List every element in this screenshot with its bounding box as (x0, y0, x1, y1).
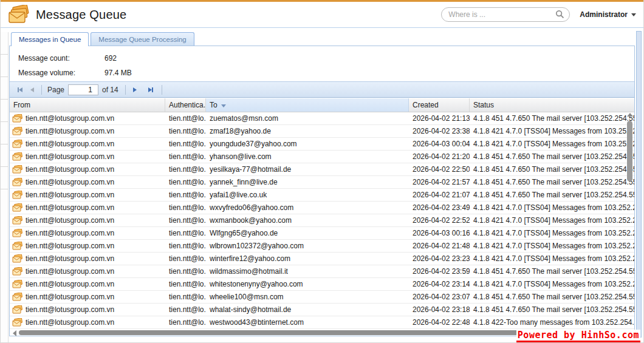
authenticated-cell: tien.ntt@lo... (169, 191, 206, 199)
page-number-input[interactable] (68, 84, 98, 95)
from-cell: tien.ntt@lotusgroup.com.vn (26, 318, 114, 327)
next-page-button[interactable] (129, 84, 141, 96)
message-row[interactable]: tien.ntt@lotusgroup.com.vn tien.ntt@lo..… (10, 176, 634, 189)
tab-messages-in-queue[interactable]: Messages in Queue (11, 32, 89, 46)
status-cell: 4.1.8 451 4.7.650 The mail server [103.2… (473, 305, 634, 314)
message-count-label: Message count: (10, 54, 104, 63)
collapsed-left-panel[interactable] (1, 32, 9, 342)
message-row[interactable]: tien.ntt@lotusgroup.com.vn tien.ntt@lo..… (10, 227, 634, 240)
from-cell: tien.ntt@lotusgroup.com.vn (26, 229, 114, 237)
authenticated-cell: tien.ntt@lo... (169, 229, 206, 237)
authenticated-cell: tien.ntt@lo... (169, 178, 206, 186)
horizontal-scroll-thumb[interactable] (19, 330, 560, 335)
envelope-icon (12, 318, 22, 327)
scroll-left-icon[interactable] (13, 330, 16, 336)
tab-label: Messages in Queue (19, 36, 81, 43)
tab-bar: Messages in Queue Message Queue Processi… (9, 32, 635, 46)
created-cell: 2026-04-02 23:23 (413, 254, 470, 263)
message-row[interactable]: tien.ntt@lotusgroup.com.vn tien.ntt@lo..… (10, 304, 634, 316)
created-cell: 2026-04-02 22:48 (413, 318, 470, 327)
authenticated-cell: tien.ntt@lo... (169, 127, 206, 135)
column-header-from[interactable]: From (10, 98, 165, 112)
to-cell: yafai1@live.co.uk (210, 191, 267, 199)
powered-by-link[interactable]: Powered by HinhSo.com (516, 330, 640, 342)
status-cell: 4.1.8 451 4.7.650 The mail server [103.2… (473, 152, 634, 161)
message-row[interactable]: tien.ntt@lotusgroup.com.vn tien.ntt@lo..… (10, 240, 634, 253)
to-cell: zuematos@msn.com (210, 114, 278, 123)
message-volume-label: Message volume: (10, 69, 104, 77)
vertical-scrollbar[interactable] (626, 113, 633, 343)
created-cell: 2026-04-02 21:07 (413, 191, 470, 199)
collapsed-right-panel[interactable] (636, 31, 642, 338)
status-cell: 4.1.8 421 4.7.0 [TSS04] Messages from 10… (473, 127, 634, 135)
chevron-down-icon (631, 13, 636, 16)
authenticated-cell: tien.ntt@lo... (169, 114, 206, 123)
column-header-status[interactable]: Status (470, 98, 634, 112)
envelope-icon (12, 242, 22, 250)
toolbar-separator (162, 85, 162, 95)
envelope-icon (12, 305, 22, 314)
next-page-icon (130, 85, 140, 95)
sort-desc-icon (221, 104, 226, 107)
status-cell: 4.1.8 421 4.7.0 [TSS04] Messages from 10… (473, 254, 634, 263)
envelope-icon (12, 127, 22, 135)
to-cell: wildmassimo@hotmail.it (210, 267, 288, 276)
previous-page-button[interactable] (26, 84, 38, 96)
message-row[interactable]: tien.ntt@lotusgroup.com.vn tien.ntt@lo..… (10, 278, 634, 291)
authenticated-cell: tien.ntt@lo... (169, 140, 206, 148)
message-row[interactable]: tien.ntt@lotusgroup.com.vn tien.ntt@lo..… (10, 214, 634, 227)
column-header-authenticated[interactable]: Authentica... (165, 98, 206, 112)
message-row[interactable]: tien.ntt@lotusgroup.com.vn tien.ntt@lo..… (10, 163, 634, 176)
search-field (441, 7, 570, 22)
message-row[interactable]: tien.ntt@lotusgroup.com.vn tien.ntt@lo..… (10, 138, 634, 151)
first-page-icon (15, 85, 25, 95)
message-row[interactable]: tien.ntt@lotusgroup.com.vn tien.ntt@lo..… (10, 125, 634, 138)
message-row[interactable]: tien.ntt@lotusgroup.com.vn tien.ntt@lo..… (10, 202, 634, 214)
envelope-icon (12, 293, 22, 301)
status-cell: 4.1.8 421 4.7.0 [TSS04] Messages from 10… (473, 140, 634, 148)
status-cell: 4.1.8 421 4.7.0 [TSS04] Messages from 10… (473, 242, 634, 250)
message-row[interactable]: tien.ntt@lotusgroup.com.vn tien.ntt@lo..… (10, 112, 634, 125)
main-content: Messages in Queue Message Queue Processi… (9, 32, 635, 336)
from-cell: tien.ntt@lotusgroup.com.vn (26, 216, 114, 225)
app-header: Message Queue Administrator (1, 2, 643, 28)
status-cell: 4.1.8 421 4.7.0 [TSS04] Messages from 10… (473, 216, 634, 225)
from-cell: tien.ntt@lotusgroup.com.vn (26, 254, 114, 263)
administrator-menu[interactable]: Administrator (580, 10, 636, 19)
search-input[interactable] (441, 7, 570, 22)
message-row[interactable]: tien.ntt@lotusgroup.com.vn tien.ntt@lo..… (10, 291, 634, 304)
first-page-button[interactable] (14, 84, 26, 96)
created-cell: 2026-04-02 23:59 (413, 267, 470, 276)
to-cell: Wlfgng65@yahoo.de (210, 229, 278, 237)
message-row[interactable]: tien.ntt@lotusgroup.com.vn tien.ntt@lo..… (10, 265, 634, 278)
authenticated-cell: tien.ntt@lo... (169, 216, 206, 225)
to-cell: westwood43@btinternet.com (210, 318, 304, 327)
message-row[interactable]: tien.ntt@lotusgroup.com.vn tien.ntt@lo..… (10, 253, 634, 265)
last-page-button[interactable] (145, 84, 157, 96)
column-header-created[interactable]: Created (409, 98, 470, 112)
from-cell: tien.ntt@lotusgroup.com.vn (26, 114, 114, 123)
created-cell: 2026-04-02 23:49 (413, 203, 470, 212)
envelope-icon (12, 152, 22, 161)
status-cell: 4.1.8 451 4.7.650 The mail server [103.2… (473, 178, 634, 186)
scroll-up-icon[interactable] (627, 113, 633, 117)
vertical-scroll-thumb[interactable] (627, 121, 632, 182)
messages-panel: Message count: 692 Message volume: 97.4 … (9, 46, 635, 336)
from-cell: tien.ntt@lotusgroup.com.vn (26, 127, 114, 135)
message-row[interactable]: tien.ntt@lotusgroup.com.vn tien.ntt@lo..… (10, 189, 634, 202)
envelope-icon (12, 216, 22, 225)
tab-message-queue-processing[interactable]: Message Queue Processing (91, 32, 194, 46)
pagination-toolbar: Page of 14 (10, 81, 634, 98)
from-cell: tien.ntt@lotusgroup.com.vn (26, 293, 114, 301)
from-cell: tien.ntt@lotusgroup.com.vn (26, 305, 114, 314)
envelope-icon (12, 203, 22, 212)
to-cell: zmaf18@yahoo.de (210, 127, 271, 135)
created-cell: 2026-04-02 22:52 (413, 216, 470, 225)
status-cell: 4.1.8 451 4.7.650 The mail server [103.2… (473, 293, 634, 301)
column-header-to[interactable]: To (206, 98, 409, 112)
message-row[interactable]: tien.ntt@lotusgroup.com.vn tien.ntt@lo..… (10, 151, 634, 163)
search-icon[interactable] (555, 10, 564, 19)
message-queue-icon (8, 5, 31, 24)
to-cell: yannek_finn@live.de (210, 178, 278, 186)
message-row[interactable]: tien.ntt@lotusgroup.com.vn tien.ntt@lo..… (10, 316, 634, 329)
